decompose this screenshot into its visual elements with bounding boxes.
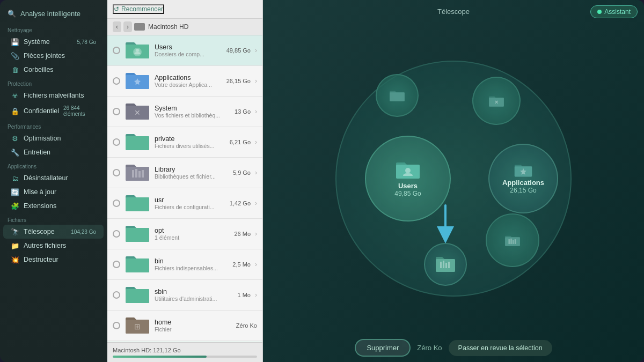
mise-a-jour-icon: 🔄: [11, 188, 19, 196]
folder-icon-private: [125, 131, 150, 151]
file-name-usr: usr: [155, 196, 225, 204]
file-radio-usr[interactable]: [113, 200, 120, 207]
file-desc-library: Bibliothèques et fichier...: [155, 173, 229, 180]
node-users-label: Users: [398, 182, 418, 190]
file-size-sbin: 1 Mo: [238, 292, 251, 298]
file-radio-users[interactable]: [113, 47, 120, 54]
assistant-button[interactable]: Assistant: [590, 5, 638, 18]
section-performances: Performances: [0, 120, 107, 131]
telescope-label: Télescope: [24, 228, 67, 235]
sidebar-header-label: Analyse intelligente: [20, 10, 80, 18]
file-radio-home[interactable]: [113, 322, 120, 329]
file-radio-sbin[interactable]: [113, 291, 120, 299]
svg-point-1: [136, 49, 139, 52]
forward-button[interactable]: ›: [123, 21, 132, 32]
sidebar-item-fichiers-malveillants[interactable]: ☣ Fichiers malveillants: [3, 88, 104, 102]
extensions-icon: 🧩: [11, 202, 19, 210]
back-button[interactable]: ‹: [113, 21, 121, 32]
file-desc-home: Fichier: [155, 326, 232, 333]
optimisation-icon: ⚙: [11, 134, 19, 143]
desinstallateur-icon: 🗂: [11, 174, 19, 182]
file-item-opt[interactable]: opt 1 élément 26 Mo ›: [107, 219, 262, 249]
sidebar-item-telescope[interactable]: 🔭 Télescope 104,23 Go: [3, 225, 104, 239]
desinstallateur-label: Désinstallateur: [24, 174, 96, 182]
svg-rect-4: [135, 169, 137, 178]
restart-button[interactable]: ↺ Recommencer: [113, 4, 164, 14]
malveillants-label: Fichiers malveillants: [24, 92, 96, 99]
node-system[interactable]: ✕: [472, 77, 521, 125]
viz-footer: Supprimer Zéro Ko Passer en revue la sél…: [349, 339, 557, 357]
file-radio-system[interactable]: [113, 108, 120, 115]
storage-label: Macintosh HD: 121,12 Go: [113, 347, 181, 353]
file-toolbar: ↺ Recommencer: [107, 0, 262, 19]
restart-icon: ↺: [114, 5, 119, 13]
mise-a-jour-label: Mise à jour: [24, 188, 96, 196]
sidebar-item-confidentiel[interactable]: 🔒 Confidentiel 26 844 éléments: [3, 102, 104, 120]
file-radio-opt[interactable]: [113, 230, 120, 238]
sidebar-item-mise-a-jour[interactable]: 🔄 Mise à jour: [3, 185, 104, 199]
file-size-applications: 26,15 Go: [226, 78, 251, 84]
sidebar-item-systeme[interactable]: 💾 Système 5,78 Go: [3, 35, 104, 49]
svg-text:✕: ✕: [494, 99, 499, 105]
breadcrumb-label: Macintosh HD: [148, 23, 188, 31]
sidebar-item-entretien[interactable]: 🔧 Entretien: [3, 145, 104, 159]
folder-icon-bin: [125, 253, 150, 274]
file-radio-applications[interactable]: [113, 77, 120, 85]
hd-icon: [134, 23, 145, 31]
node-library[interactable]: [486, 213, 539, 267]
sidebar-item-destructeur[interactable]: 💥 Destructeur: [3, 253, 104, 267]
folder-icon-home: ⊞: [125, 314, 150, 335]
file-item-users[interactable]: Users Dossiers de comp... 49,85 Go ›: [107, 35, 262, 66]
file-list: Users Dossiers de comp... 49,85 Go › App…: [107, 35, 262, 342]
telescope-icon: 🔭: [11, 227, 19, 236]
file-size-library: 5,9 Go: [233, 169, 251, 176]
circle-visualization: Users 49,85 Go Applications 26,15 Go ✕: [319, 61, 588, 297]
assistant-label: Assistant: [604, 8, 631, 16]
file-name-sbin: sbin: [155, 288, 233, 295]
file-item-private[interactable]: private Fichiers divers utilisés... 6,21…: [107, 127, 262, 158]
sidebar-item-desinstallateur[interactable]: 🗂 Désinstallateur: [3, 171, 104, 185]
chevron-bin: ›: [255, 261, 257, 268]
node-apps-size: 26,15 Go: [510, 187, 536, 194]
file-size-opt: 26 Mo: [234, 231, 251, 237]
viz-title: Télescope: [437, 5, 470, 18]
file-radio-bin[interactable]: [113, 261, 120, 268]
chevron-users: ›: [255, 47, 257, 54]
node-folder2[interactable]: [376, 74, 419, 117]
arrow-icon: [424, 203, 467, 246]
folder-icon-library: [125, 161, 150, 182]
sidebar-header[interactable]: 🔍 Analyse intelligente: [0, 6, 107, 23]
file-item-sbin[interactable]: sbin Utilitaires d'administrati... 1 Mo …: [107, 280, 262, 311]
file-size-private: 6,21 Go: [230, 139, 251, 145]
sidebar-item-autres-fichiers[interactable]: 📁 Autres fichiers: [3, 239, 104, 253]
sidebar-item-optimisation[interactable]: ⚙ Optimisation: [3, 131, 104, 145]
file-item-bin[interactable]: bin Fichiers indispensables... 2,5 Mo ›: [107, 249, 262, 280]
file-radio-library[interactable]: [113, 169, 120, 176]
file-item-usr[interactable]: usr Fichiers de configurati... 1,42 Go ›: [107, 188, 262, 219]
sidebar-item-extensions[interactable]: 🧩 Extensions: [3, 199, 104, 213]
file-item-applications[interactable]: Applications Votre dossier Applica... 26…: [107, 66, 262, 97]
svg-point-17: [405, 168, 411, 173]
chevron-library: ›: [255, 169, 257, 176]
file-item-home[interactable]: ⊞ home Fichier Zéro Ko: [107, 311, 262, 341]
file-item-system[interactable]: ✕ System Vos fichiers et bibliothèq... 1…: [107, 97, 262, 127]
analyse-icon: 🔍: [8, 10, 16, 18]
file-panel: ↺ Recommencer ‹ › Macintosh HD Users Dos…: [107, 0, 263, 362]
file-radio-private[interactable]: [113, 138, 120, 146]
section-applications: Applications: [0, 159, 107, 171]
svg-rect-24: [443, 261, 444, 268]
file-name-home: home: [155, 319, 232, 326]
chevron-system: ›: [255, 108, 257, 115]
file-item-library[interactable]: Library Bibliothèques et fichier... 5,9 …: [107, 158, 262, 188]
file-desc-usr: Fichiers de configurati...: [155, 204, 225, 210]
sidebar-item-pieces-jointes[interactable]: 📎 Pièces jointes: [3, 49, 104, 63]
svg-rect-20: [510, 238, 512, 243]
viz-panel: Télescope Assistant Users 49,85 Go: [263, 0, 644, 362]
assistant-dot: [597, 10, 602, 14]
review-button[interactable]: Passer en revue la sélection: [449, 340, 552, 356]
delete-button[interactable]: Supprimer: [355, 339, 411, 357]
sidebar-item-corbeilles[interactable]: 🗑 Corbeilles: [3, 63, 104, 77]
file-size-home: Zéro Ko: [236, 322, 257, 329]
node-applications[interactable]: Applications 26,15 Go: [488, 144, 558, 213]
svg-rect-19: [508, 239, 510, 244]
